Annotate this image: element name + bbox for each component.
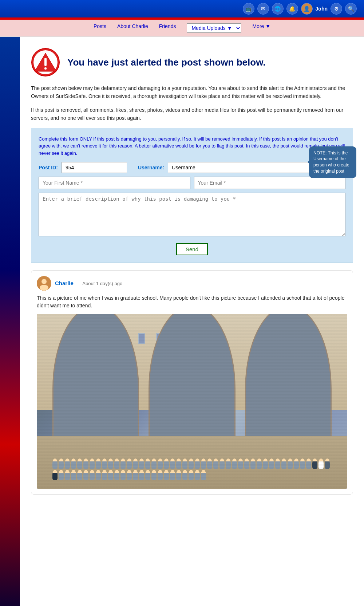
first-name-input[interactable]	[39, 177, 190, 189]
tooltip-bubble: NOTE: This is the Username of the person…	[309, 146, 356, 178]
post-time: About 1 day(s) ago	[82, 281, 122, 286]
settings-icon[interactable]: ⚙	[331, 3, 342, 15]
tv-icon[interactable]: 📺	[243, 3, 254, 15]
alert-body-1: The post shown below may be defamatory a…	[31, 84, 353, 101]
svg-point-7	[40, 285, 48, 291]
post-text: This is a picture of me when I was in gr…	[37, 294, 347, 310]
post-author-info: Charlie About 1 day(s) ago	[55, 280, 122, 287]
search-icon[interactable]: 🔍	[345, 3, 357, 15]
post-id-input[interactable]	[62, 162, 127, 173]
post-avatar	[37, 276, 51, 291]
svg-rect-4	[44, 67, 47, 70]
form-notice-text: Complete this form ONLY if this post is …	[39, 136, 345, 156]
page-layout: You have just alerted the post shown bel…	[0, 37, 364, 606]
nav-about[interactable]: About Charlie	[117, 23, 148, 33]
form-container: Complete this form ONLY if this post is …	[31, 128, 353, 263]
username-label: Username:	[138, 165, 164, 170]
alert-title: You have just alerted the post shown bel…	[67, 57, 266, 68]
alert-icon	[31, 48, 60, 77]
post-id-label: Post ID:	[39, 165, 58, 170]
nav-more[interactable]: More ▼	[252, 23, 270, 33]
post-image	[37, 314, 347, 489]
nav-friends[interactable]: Friends	[159, 23, 176, 33]
nav-posts[interactable]: Posts	[94, 23, 106, 33]
form-notice: Complete this form ONLY if this post is …	[39, 135, 345, 157]
left-sidebar	[0, 37, 20, 606]
alert-body-2: If this post is removed, all comments, l…	[31, 106, 353, 122]
mail-icon[interactable]: ✉	[257, 3, 269, 15]
bell-icon[interactable]: 🔔	[286, 3, 298, 15]
post-author-name: Charlie	[55, 280, 74, 286]
secondary-nav: Posts About Charlie Friends Media Upload…	[0, 20, 364, 37]
globe-icon[interactable]: 🌐	[272, 3, 284, 15]
post-header: Charlie About 1 day(s) ago	[37, 276, 347, 291]
svg-rect-3	[44, 58, 47, 66]
alert-header: You have just alerted the post shown bel…	[31, 48, 353, 77]
name-email-row	[39, 177, 345, 189]
send-btn-container: Send	[39, 243, 345, 255]
photo-overlay	[37, 314, 347, 489]
user-avatar[interactable]: 👤	[301, 3, 313, 15]
nav-media-uploads[interactable]: Media Uploads ▼	[187, 23, 241, 33]
top-bar: 📺 ✉ 🌐 🔔 👤 John ⚙ 🔍	[0, 0, 364, 17]
description-textarea[interactable]	[39, 193, 345, 236]
post-card: Charlie About 1 day(s) ago This is a pic…	[31, 270, 353, 495]
main-content: You have just alerted the post shown bel…	[20, 37, 364, 606]
post-id-username-row: Post ID: Username:	[39, 162, 345, 173]
email-input[interactable]	[194, 177, 346, 189]
send-button[interactable]: Send	[176, 243, 208, 255]
username-display: John	[316, 6, 328, 12]
svg-point-6	[41, 279, 47, 284]
